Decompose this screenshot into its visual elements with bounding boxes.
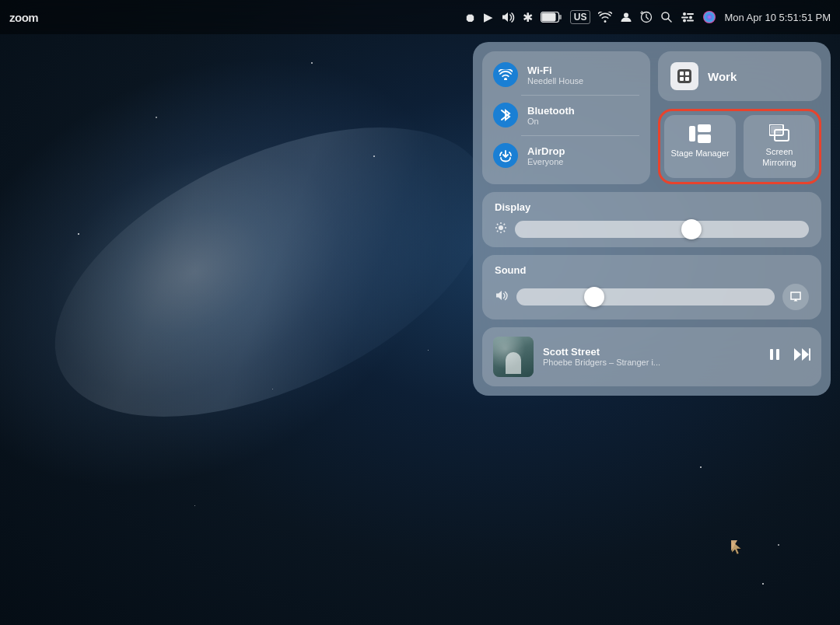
airdrop-tile-icon [493, 143, 518, 168]
control-center-panel: Wi-Fi Needell House Bluetooth On [473, 42, 831, 396]
menubar-left: zoom [9, 11, 38, 24]
svg-rect-15 [680, 72, 684, 75]
bluetooth-title: Bluetooth [527, 105, 575, 117]
svg-line-31 [504, 231, 506, 232]
svg-rect-18 [685, 77, 689, 81]
battery-icon[interactable] [541, 12, 562, 23]
svg-rect-36 [809, 348, 810, 361]
wifi-text: Wi-Fi Needell House [527, 65, 583, 86]
siri-icon[interactable] [702, 10, 716, 24]
svg-point-25 [499, 225, 503, 230]
display-section-title: Display [495, 201, 809, 213]
brightness-slider[interactable] [515, 221, 809, 238]
svg-rect-11 [687, 20, 694, 22]
display-slider-row [495, 221, 809, 238]
wifi-item[interactable]: Wi-Fi Needell House [482, 54, 650, 95]
wifi-tile-icon [493, 62, 518, 87]
airplay-button[interactable] [782, 284, 809, 310]
svg-point-10 [683, 19, 686, 23]
airdrop-title: AirDrop [527, 145, 565, 157]
album-art [493, 337, 534, 377]
svg-rect-14 [677, 69, 691, 83]
svg-rect-20 [698, 124, 711, 132]
svg-point-9 [689, 16, 692, 19]
bluetooth-subtitle: On [527, 117, 575, 126]
svg-rect-34 [770, 349, 773, 360]
screen-record-icon[interactable]: ⏺ [464, 11, 476, 24]
focus-label: Work [708, 70, 737, 83]
svg-rect-1 [541, 13, 555, 22]
svg-rect-2 [559, 15, 562, 19]
stage-manager-tile[interactable]: Stage Manager [664, 115, 736, 178]
volume-slider[interactable] [516, 288, 775, 306]
top-row: Wi-Fi Needell House Bluetooth On [482, 51, 821, 184]
skip-forward-button[interactable] [793, 347, 810, 365]
playback-controls [767, 347, 810, 366]
pause-button[interactable] [767, 347, 782, 366]
song-artist: Phoebe Bridgers – Stranger i... [543, 358, 758, 367]
control-center-icon[interactable] [681, 11, 695, 23]
svg-rect-35 [776, 349, 779, 360]
connectivity-panel: Wi-Fi Needell House Bluetooth On [482, 51, 650, 184]
spotlight-icon[interactable] [660, 11, 673, 23]
sound-section: Sound [482, 255, 821, 319]
svg-line-30 [497, 224, 499, 225]
focus-work-icon [670, 62, 698, 90]
now-playing-section: Scott Street Phoebe Bridgers – Stranger … [482, 327, 821, 386]
menubar: zoom ⏺ ▶ ✱ US Mon Apr 10 5:51:51 [0, 0, 840, 34]
sound-slider-row [495, 284, 809, 310]
keyboard-input-icon[interactable]: US [570, 10, 591, 24]
volume-level-icon [495, 290, 509, 303]
svg-rect-21 [698, 134, 711, 143]
stage-manager-icon [689, 124, 711, 143]
svg-rect-7 [687, 13, 694, 15]
stage-manager-label: Stage Manager [670, 148, 729, 159]
screen-mirroring-icon [769, 124, 789, 141]
sound-section-title: Sound [495, 264, 809, 276]
media-play-icon[interactable]: ▶ [484, 10, 493, 24]
display-section: Display [482, 192, 821, 247]
datetime: Mon Apr 10 5:51:51 PM [724, 12, 831, 23]
svg-point-6 [683, 12, 686, 16]
focus-work-tile[interactable]: Work [658, 51, 821, 101]
volume-thumb[interactable] [584, 287, 604, 307]
screen-mirroring-label: Screen Mirroring [750, 146, 809, 169]
time-machine-icon[interactable] [640, 11, 653, 23]
mouse-cursor [731, 540, 747, 559]
menubar-right: ⏺ ▶ ✱ US Mon Apr 10 5:51:51 PM [464, 10, 831, 25]
mirror-row: Stage Manager Screen Mirroring [664, 115, 815, 178]
wifi-subtitle: Needell House [527, 76, 583, 86]
bluetooth-item[interactable]: Bluetooth On [482, 95, 650, 135]
airdrop-text: AirDrop Everyone [527, 145, 565, 166]
brightness-thumb[interactable] [681, 219, 702, 239]
svg-point-12 [703, 11, 716, 23]
mirror-container: Stage Manager Screen Mirroring [658, 109, 821, 184]
right-column: Work Stage Manager [658, 51, 821, 184]
user-icon[interactable] [620, 11, 632, 23]
airdrop-item[interactable]: AirDrop Everyone [482, 135, 650, 176]
svg-rect-19 [689, 126, 695, 141]
svg-line-32 [497, 231, 499, 232]
wifi-title: Wi-Fi [527, 65, 583, 76]
volume-icon[interactable] [501, 12, 515, 23]
wifi-icon[interactable] [598, 12, 612, 23]
svg-rect-17 [680, 77, 684, 81]
brightness-icon [495, 222, 507, 236]
airdrop-subtitle: Everyone [527, 157, 565, 166]
bluetooth-text: Bluetooth On [527, 105, 575, 126]
zoom-logo[interactable]: zoom [9, 11, 38, 24]
svg-rect-24 [771, 126, 782, 134]
bluetooth-tile-icon [493, 103, 518, 127]
screen-mirroring-tile[interactable]: Screen Mirroring [744, 115, 815, 178]
bluetooth-icon[interactable]: ✱ [523, 10, 533, 25]
song-info: Scott Street Phoebe Bridgers – Stranger … [543, 346, 758, 367]
svg-rect-16 [685, 72, 689, 75]
svg-point-3 [624, 13, 628, 18]
svg-point-13 [504, 78, 507, 80]
svg-rect-8 [681, 17, 688, 19]
song-title: Scott Street [543, 346, 758, 358]
svg-line-33 [504, 224, 506, 225]
